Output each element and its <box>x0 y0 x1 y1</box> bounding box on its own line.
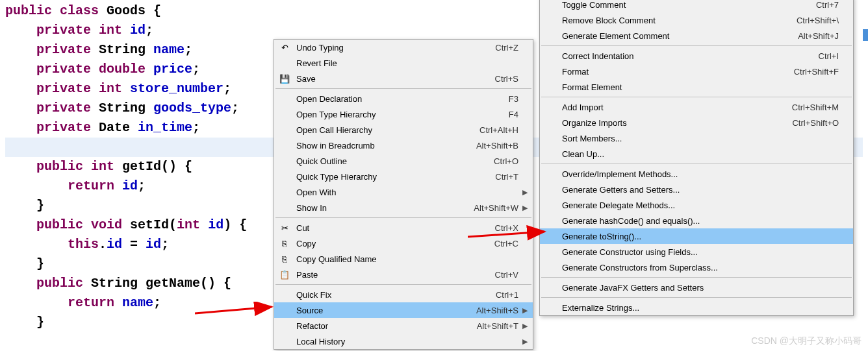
menu-separator <box>541 297 852 298</box>
source-submenu-item[interactable]: Toggle CommentCtrl+7 <box>540 0 853 12</box>
source-submenu-item[interactable]: FormatCtrl+Shift+F <box>540 64 853 79</box>
source-submenu-item[interactable]: Generate Constructors from Superclass... <box>540 260 853 275</box>
menu-item-label: Open Type Hierarchy <box>292 110 493 119</box>
menu-item-label: Show in Breadcrumb <box>292 141 461 151</box>
source-submenu-item[interactable]: Generate hashCode() and equals()... <box>540 213 853 228</box>
menu-item-label: Externalize Strings... <box>558 303 823 313</box>
menu-item-label: Quick Outline <box>292 156 478 166</box>
menu-item-icon: ⎘ <box>277 254 292 264</box>
menu-item-icon: ✂ <box>277 223 292 233</box>
source-submenu-item[interactable]: Generate JavaFX Getters and Setters <box>540 280 853 295</box>
menu-item-icon: 📋 <box>277 270 292 280</box>
context-menu-item[interactable]: Open Type HierarchyF4 <box>274 106 533 122</box>
menu-item-label: Refactor <box>292 321 461 331</box>
menu-item-label: Cut <box>292 223 479 233</box>
submenu-indicator-icon: ▶ <box>518 204 528 212</box>
context-menu-item[interactable]: 📋PasteCtrl+V <box>274 267 533 282</box>
menu-item-shortcut: Ctrl+V <box>479 270 518 280</box>
decorative-strip <box>863 29 868 41</box>
menu-item-label: Override/Implement Methods... <box>558 169 823 179</box>
submenu-indicator-icon: ▶ <box>518 306 528 315</box>
source-submenu-item[interactable]: Remove Block CommentCtrl+Shift+\ <box>540 12 853 28</box>
source-submenu-item[interactable]: Generate Getters and Setters... <box>540 182 853 197</box>
context-menu-item[interactable]: Quick FixCtrl+1 <box>274 287 533 302</box>
menu-item-shortcut: F4 <box>493 110 518 119</box>
source-submenu-item[interactable]: Organize ImportsCtrl+Shift+O <box>540 115 853 130</box>
menu-separator <box>275 217 531 218</box>
context-menu-item[interactable]: ⎘CopyCtrl+C <box>274 236 533 251</box>
menu-item-label: Format <box>558 67 778 77</box>
menu-item-label: Generate toString()... <box>558 232 823 241</box>
context-menu-item[interactable]: ⎘Copy Qualified Name <box>274 251 533 267</box>
submenu-indicator-icon: ▶ <box>518 188 528 197</box>
context-menu-item[interactable]: SourceAlt+Shift+S▶ <box>274 302 533 318</box>
menu-item-label: Generate Constructor using Fields... <box>558 247 823 257</box>
source-submenu-item[interactable]: Externalize Strings... <box>540 300 853 315</box>
context-menu-item[interactable]: Quick Type HierarchyCtrl+T <box>274 169 533 184</box>
menu-item-shortcut: Ctrl+1 <box>480 290 518 300</box>
menu-item-shortcut: Ctrl+Shift+M <box>776 103 839 112</box>
menu-item-label: Toggle Comment <box>558 0 800 10</box>
menu-item-label: Show In <box>292 203 458 213</box>
menu-item-label: Quick Type Hierarchy <box>292 172 479 182</box>
source-submenu-item[interactable]: Generate Constructor using Fields... <box>540 244 853 260</box>
menu-item-label: Save <box>292 74 479 84</box>
menu-item-label: Add Import <box>558 103 776 112</box>
menu-item-shortcut: F3 <box>493 94 518 104</box>
context-menu-item[interactable]: Local History▶ <box>274 333 533 349</box>
source-submenu-item[interactable]: Override/Implement Methods... <box>540 166 853 182</box>
context-menu-item[interactable]: Show InAlt+Shift+W▶ <box>274 200 533 215</box>
menu-item-label: Revert File <box>292 58 503 68</box>
menu-separator <box>541 163 852 164</box>
source-submenu-item[interactable]: Sort Members... <box>540 130 853 146</box>
context-menu-item[interactable]: Revert File <box>274 55 533 71</box>
source-submenu-item[interactable]: Correct IndentationCtrl+I <box>540 48 853 64</box>
menu-item-label: Generate hashCode() and equals()... <box>558 216 823 226</box>
context-menu-item[interactable]: RefactorAlt+Shift+T▶ <box>274 318 533 333</box>
menu-item-shortcut: Alt+Shift+W <box>458 203 518 213</box>
menu-item-shortcut: Alt+Shift+J <box>782 31 839 41</box>
source-submenu-item[interactable]: Clean Up... <box>540 146 853 162</box>
menu-item-icon: ↶ <box>277 43 292 53</box>
menu-item-label: Copy <box>292 239 479 248</box>
menu-item-shortcut: Ctrl+Alt+H <box>464 125 518 135</box>
menu-item-label: Open Call Hierarchy <box>292 125 464 135</box>
menu-separator <box>275 88 531 89</box>
context-menu-item[interactable]: Open With▶ <box>274 184 533 200</box>
source-submenu-item[interactable]: Generate toString()... <box>540 228 853 244</box>
menu-item-shortcut: Ctrl+Z <box>479 43 518 53</box>
menu-item-shortcut: Ctrl+I <box>803 51 839 61</box>
menu-item-label: Organize Imports <box>558 118 776 128</box>
context-menu: ↶Undo TypingCtrl+ZRevert File💾SaveCtrl+S… <box>274 39 533 350</box>
source-submenu-item[interactable]: Generate Delegate Methods... <box>540 197 853 213</box>
menu-item-label: Format Element <box>558 82 823 92</box>
menu-item-label: Generate Constructors from Superclass... <box>558 263 823 272</box>
source-submenu-item[interactable]: Generate Element CommentAlt+Shift+J <box>540 28 853 43</box>
context-menu-item[interactable]: ✂CutCtrl+X <box>274 220 533 236</box>
context-menu-item[interactable]: Quick OutlineCtrl+O <box>274 153 533 169</box>
context-menu-item[interactable]: ↶Undo TypingCtrl+Z <box>274 40 533 55</box>
menu-item-label: Generate Element Comment <box>558 31 782 41</box>
context-menu-item[interactable]: Open DeclarationF3 <box>274 91 533 106</box>
menu-item-shortcut: Ctrl+O <box>478 156 518 166</box>
menu-item-shortcut: Ctrl+7 <box>800 0 839 10</box>
menu-item-shortcut: Ctrl+Shift+O <box>776 118 839 128</box>
menu-item-label: Clean Up... <box>558 149 823 159</box>
menu-item-label: Source <box>292 306 461 315</box>
menu-item-shortcut: Alt+Shift+B <box>461 141 518 151</box>
context-menu-item[interactable]: Open Call HierarchyCtrl+Alt+H <box>274 122 533 138</box>
source-submenu-item[interactable]: Add ImportCtrl+Shift+M <box>540 99 853 115</box>
menu-item-shortcut: Ctrl+S <box>479 74 518 84</box>
menu-item-label: Sort Members... <box>558 134 823 143</box>
source-submenu-item[interactable]: Format Element <box>540 79 853 95</box>
context-menu-item[interactable]: 💾SaveCtrl+S <box>274 71 533 86</box>
menu-item-label: Copy Qualified Name <box>292 254 503 264</box>
menu-separator <box>541 97 852 97</box>
menu-item-shortcut: Ctrl+Shift+F <box>778 67 839 77</box>
menu-separator <box>541 277 852 278</box>
menu-item-label: Undo Typing <box>292 43 479 53</box>
menu-separator <box>541 45 852 46</box>
menu-item-label: Generate Getters and Setters... <box>558 185 823 195</box>
menu-item-shortcut: Ctrl+C <box>479 239 518 248</box>
context-menu-item[interactable]: Show in BreadcrumbAlt+Shift+B <box>274 138 533 153</box>
